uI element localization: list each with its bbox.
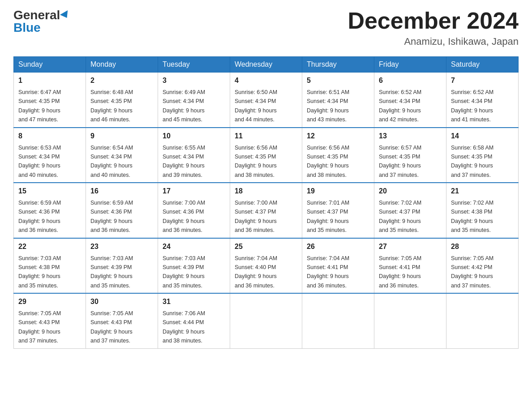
calendar-cell (374, 293, 446, 348)
calendar-cell: 3 Sunrise: 6:49 AM Sunset: 4:34 PM Dayli… (158, 73, 230, 128)
day-number: 1 (18, 75, 81, 86)
month-year-title: December 2024 (348, 9, 519, 32)
day-info: Sunrise: 6:58 AM Sunset: 4:35 PM Dayligh… (451, 145, 493, 178)
calendar-header-friday: Friday (374, 57, 446, 73)
day-number: 25 (235, 241, 297, 252)
calendar-cell: 11 Sunrise: 6:56 AM Sunset: 4:35 PM Dayl… (230, 128, 302, 183)
day-info: Sunrise: 7:00 AM Sunset: 4:36 PM Dayligh… (163, 200, 205, 233)
day-info: Sunrise: 7:04 AM Sunset: 4:41 PM Dayligh… (307, 255, 349, 289)
day-info: Sunrise: 7:03 AM Sunset: 4:38 PM Dayligh… (18, 255, 61, 289)
calendar-cell: 15 Sunrise: 6:59 AM Sunset: 4:36 PM Dayl… (14, 183, 86, 238)
calendar-cell (302, 293, 374, 348)
page-header: General Blue December 2024 Anamizu, Ishi… (13, 9, 519, 47)
calendar-week-row: 29 Sunrise: 7:05 AM Sunset: 4:43 PM Dayl… (14, 293, 519, 348)
calendar-table: SundayMondayTuesdayWednesdayThursdayFrid… (13, 56, 519, 349)
calendar-cell: 14 Sunrise: 6:58 AM Sunset: 4:35 PM Dayl… (446, 128, 519, 183)
day-number: 30 (90, 296, 153, 307)
day-number: 14 (451, 131, 514, 141)
calendar-cell: 25 Sunrise: 7:04 AM Sunset: 4:40 PM Dayl… (230, 238, 302, 294)
calendar-week-row: 15 Sunrise: 6:59 AM Sunset: 4:36 PM Dayl… (14, 183, 519, 238)
calendar-cell: 21 Sunrise: 7:02 AM Sunset: 4:38 PM Dayl… (446, 183, 519, 238)
logo-blue-text: Blue (13, 21, 41, 34)
calendar-header-saturday: Saturday (446, 57, 519, 73)
day-info: Sunrise: 6:48 AM Sunset: 4:35 PM Dayligh… (90, 89, 133, 123)
day-info: Sunrise: 6:56 AM Sunset: 4:35 PM Dayligh… (307, 145, 349, 178)
calendar-header-tuesday: Tuesday (158, 57, 230, 73)
day-info: Sunrise: 6:47 AM Sunset: 4:35 PM Dayligh… (18, 89, 61, 123)
calendar-week-row: 8 Sunrise: 6:53 AM Sunset: 4:34 PM Dayli… (14, 128, 519, 183)
calendar-cell: 31 Sunrise: 7:06 AM Sunset: 4:44 PM Dayl… (158, 293, 230, 348)
day-info: Sunrise: 6:59 AM Sunset: 4:36 PM Dayligh… (18, 200, 61, 233)
day-number: 15 (18, 186, 81, 197)
day-info: Sunrise: 6:59 AM Sunset: 4:36 PM Dayligh… (90, 200, 133, 233)
day-number: 28 (451, 241, 514, 252)
calendar-cell: 6 Sunrise: 6:52 AM Sunset: 4:34 PM Dayli… (374, 73, 446, 128)
day-number: 18 (235, 186, 297, 197)
day-info: Sunrise: 6:55 AM Sunset: 4:34 PM Dayligh… (163, 145, 205, 178)
calendar-cell: 24 Sunrise: 7:03 AM Sunset: 4:39 PM Dayl… (158, 238, 230, 294)
logo-general-text: General (13, 9, 60, 21)
calendar-week-row: 1 Sunrise: 6:47 AM Sunset: 4:35 PM Dayli… (14, 73, 519, 128)
day-number: 22 (18, 241, 81, 252)
day-info: Sunrise: 7:00 AM Sunset: 4:37 PM Dayligh… (235, 200, 277, 233)
calendar-cell: 23 Sunrise: 7:03 AM Sunset: 4:39 PM Dayl… (86, 238, 158, 294)
day-number: 16 (90, 186, 153, 197)
calendar-cell: 27 Sunrise: 7:05 AM Sunset: 4:41 PM Dayl… (374, 238, 446, 294)
calendar-cell: 10 Sunrise: 6:55 AM Sunset: 4:34 PM Dayl… (158, 128, 230, 183)
day-number: 5 (307, 75, 369, 86)
calendar-cell: 18 Sunrise: 7:00 AM Sunset: 4:37 PM Dayl… (230, 183, 302, 238)
day-info: Sunrise: 6:49 AM Sunset: 4:34 PM Dayligh… (163, 89, 205, 123)
calendar-header-thursday: Thursday (302, 57, 374, 73)
day-info: Sunrise: 7:05 AM Sunset: 4:43 PM Dayligh… (18, 310, 61, 344)
day-info: Sunrise: 6:56 AM Sunset: 4:35 PM Dayligh… (235, 145, 277, 178)
day-number: 27 (379, 241, 442, 252)
calendar-cell: 17 Sunrise: 7:00 AM Sunset: 4:36 PM Dayl… (158, 183, 230, 238)
calendar-header-wednesday: Wednesday (230, 57, 302, 73)
title-block: December 2024 Anamizu, Ishikawa, Japan (348, 9, 519, 47)
day-number: 2 (90, 75, 153, 86)
calendar-cell: 7 Sunrise: 6:52 AM Sunset: 4:34 PM Dayli… (446, 73, 519, 128)
calendar-cell: 2 Sunrise: 6:48 AM Sunset: 4:35 PM Dayli… (86, 73, 158, 128)
logo: General Blue (13, 9, 70, 34)
day-number: 11 (235, 131, 297, 141)
day-number: 26 (307, 241, 369, 252)
day-info: Sunrise: 7:06 AM Sunset: 4:44 PM Dayligh… (163, 310, 205, 344)
day-info: Sunrise: 6:51 AM Sunset: 4:34 PM Dayligh… (307, 89, 349, 123)
logo-triangle-icon (60, 10, 71, 20)
day-number: 21 (451, 186, 514, 197)
calendar-cell: 9 Sunrise: 6:54 AM Sunset: 4:34 PM Dayli… (86, 128, 158, 183)
calendar-cell: 29 Sunrise: 7:05 AM Sunset: 4:43 PM Dayl… (14, 293, 86, 348)
day-info: Sunrise: 6:54 AM Sunset: 4:34 PM Dayligh… (90, 145, 133, 178)
day-info: Sunrise: 7:04 AM Sunset: 4:40 PM Dayligh… (235, 255, 277, 289)
day-info: Sunrise: 7:02 AM Sunset: 4:37 PM Dayligh… (379, 200, 421, 233)
day-info: Sunrise: 7:02 AM Sunset: 4:38 PM Dayligh… (451, 200, 493, 233)
calendar-cell (230, 293, 302, 348)
calendar-week-row: 22 Sunrise: 7:03 AM Sunset: 4:38 PM Dayl… (14, 238, 519, 294)
calendar-cell: 5 Sunrise: 6:51 AM Sunset: 4:34 PM Dayli… (302, 73, 374, 128)
day-number: 9 (90, 131, 153, 141)
day-number: 13 (379, 131, 442, 141)
day-number: 4 (235, 75, 297, 86)
calendar-cell: 30 Sunrise: 7:05 AM Sunset: 4:43 PM Dayl… (86, 293, 158, 348)
day-number: 12 (307, 131, 369, 141)
calendar-header-sunday: Sunday (14, 57, 86, 73)
day-info: Sunrise: 7:05 AM Sunset: 4:42 PM Dayligh… (451, 255, 493, 289)
day-number: 8 (18, 131, 81, 141)
day-info: Sunrise: 6:50 AM Sunset: 4:34 PM Dayligh… (235, 89, 277, 123)
day-info: Sunrise: 6:57 AM Sunset: 4:35 PM Dayligh… (379, 145, 421, 178)
calendar-cell: 12 Sunrise: 6:56 AM Sunset: 4:35 PM Dayl… (302, 128, 374, 183)
calendar-cell: 13 Sunrise: 6:57 AM Sunset: 4:35 PM Dayl… (374, 128, 446, 183)
day-info: Sunrise: 7:05 AM Sunset: 4:41 PM Dayligh… (379, 255, 421, 289)
day-number: 6 (379, 75, 442, 86)
calendar-header-monday: Monday (86, 57, 158, 73)
day-number: 20 (379, 186, 442, 197)
day-info: Sunrise: 7:05 AM Sunset: 4:43 PM Dayligh… (90, 310, 133, 344)
day-info: Sunrise: 6:52 AM Sunset: 4:34 PM Dayligh… (379, 89, 421, 123)
day-number: 23 (90, 241, 153, 252)
calendar-cell: 19 Sunrise: 7:01 AM Sunset: 4:37 PM Dayl… (302, 183, 374, 238)
calendar-header-row: SundayMondayTuesdayWednesdayThursdayFrid… (14, 57, 519, 73)
day-number: 7 (451, 75, 514, 86)
location-subtitle: Anamizu, Ishikawa, Japan (348, 36, 519, 47)
calendar-cell (446, 293, 519, 348)
day-info: Sunrise: 7:03 AM Sunset: 4:39 PM Dayligh… (90, 255, 133, 289)
